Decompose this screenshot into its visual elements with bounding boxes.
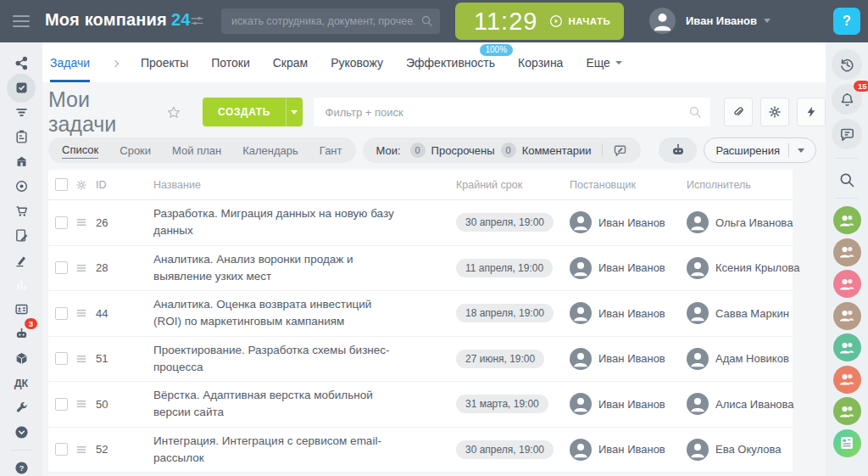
task-setter[interactable]: Иван Иванов [570,393,687,415]
deadline-badge[interactable]: 30 апреля, 19:00 [456,440,554,459]
nav-tab-4[interactable]: Руковожу [331,42,383,82]
chat-avatar-5[interactable] [833,366,861,394]
nav-expand-chevron-icon[interactable] [112,59,119,66]
sidebar-item-target[interactable] [14,174,29,199]
column-name[interactable]: Название [153,179,456,191]
row-checkbox[interactable] [55,307,68,320]
sidebar-item-pen[interactable] [14,248,29,272]
row-checkbox[interactable] [55,352,68,365]
chat-avatar-6[interactable] [833,397,861,425]
sidebar-item-cart[interactable] [14,199,29,223]
deadline-badge[interactable]: 31 марта, 19:00 [456,395,548,413]
row-menu-icon[interactable] [75,398,87,410]
favorite-star-icon[interactable] [166,104,181,120]
column-setter[interactable]: Постановщик [570,179,687,191]
logo-settings-icon[interactable] [190,14,204,28]
settings-button[interactable] [760,98,789,126]
sidebar-item-dk[interactable]: ДК [14,371,29,395]
sidebar-item-funnel[interactable] [14,100,29,125]
automation-button[interactable] [797,98,826,126]
task-executor[interactable]: Алиса Иванова [687,393,794,415]
counter-badge[interactable]: 0 [501,143,516,158]
hamburger-menu-icon[interactable] [13,15,30,27]
rightbar-chat-button[interactable] [832,119,862,149]
table-row[interactable]: 44 Аналитика. Оценка возврата инвестиций… [48,291,793,337]
column-executor[interactable]: Исполнитель [687,179,786,191]
chat-avatar-4[interactable] [833,333,861,361]
sidebar-item-chart-bars[interactable] [14,272,29,297]
task-executor[interactable]: Ксения Крылова [687,257,800,279]
sidebar-item-id-card[interactable] [14,297,29,322]
filter-search-icon[interactable] [688,105,702,119]
sidebar-item-wrench[interactable] [14,395,29,420]
view-tab-1[interactable]: Сроки [120,143,151,159]
create-task-button[interactable]: СОЗДАТЬ [203,98,303,126]
filter-search-input[interactable] [314,98,710,126]
rightbar-history-button[interactable] [832,49,862,80]
comment-pencil-icon[interactable] [613,143,627,158]
counter-label-1[interactable]: Комментарии [522,144,592,157]
task-executor[interactable]: Ева Окулова [687,439,786,461]
work-timer-button[interactable]: 11:29 НАЧАТЬ [455,3,624,40]
chat-avatar-3[interactable] [833,302,861,330]
view-tab-4[interactable]: Гант [320,143,342,159]
deadline-badge[interactable]: 30 апреля, 19:00 [456,213,554,232]
table-row[interactable]: 51 Проектирование. Разработка схемы бизн… [48,337,793,383]
deadline-badge[interactable]: 18 апреля, 19:00 [456,304,554,322]
chat-avatar-1[interactable] [833,238,861,266]
task-title[interactable]: Разработка. Миграция данных на новую баз… [153,205,395,240]
sidebar-item-robot[interactable]: 3 [14,322,29,346]
row-menu-icon[interactable] [75,353,87,365]
chat-avatar-0[interactable] [833,206,861,234]
task-title[interactable]: Вёрстка. Адаптивная верстка мобильной ве… [153,387,395,422]
column-id[interactable]: ID [96,179,153,191]
sidebar-item-company[interactable] [14,149,29,174]
sidebar-item-document-edit[interactable] [14,223,29,248]
table-row[interactable]: 50 Вёрстка. Адаптивная верстка мобильной… [48,382,793,428]
table-row[interactable]: 28 Аналитика. Анализ воронки продаж и вы… [48,246,793,292]
extensions-dropdown[interactable]: Расширения [704,137,816,163]
task-title[interactable]: Аналитика. Оценка возврата инвестиций (R… [153,296,395,331]
rightbar-bell-button[interactable]: 15 [832,84,862,115]
search-icon[interactable] [838,171,855,188]
row-menu-icon[interactable] [75,262,87,274]
columns-gear-icon[interactable] [75,179,87,191]
create-dropdown[interactable] [287,110,303,115]
table-row[interactable]: 26 Разработка. Миграция данных на новую … [48,200,793,246]
task-setter[interactable]: Иван Иванов [570,211,687,233]
counter-label-0[interactable]: Просрочены [431,144,495,157]
column-deadline[interactable]: Крайний срок [456,179,570,191]
sidebar-item-tasks[interactable] [7,76,36,100]
row-checkbox[interactable] [55,261,68,274]
view-tab-2[interactable]: Мой план [172,143,221,159]
link-button[interactable] [724,98,753,126]
table-row[interactable]: 52 Интеграция. Интеграция с сервисом ema… [48,428,793,473]
row-checkbox[interactable] [55,216,68,229]
feed-tile[interactable] [833,429,861,457]
deadline-badge[interactable]: 11 апреля, 19:00 [456,259,553,277]
deadline-badge[interactable]: 27 июня, 19:00 [456,350,544,368]
counter-badge[interactable]: 0 [410,143,426,158]
sidebar-item-chevron-circle-down[interactable] [14,420,29,445]
row-menu-icon[interactable] [75,307,87,319]
task-executor[interactable]: Ольга Иванова [687,211,793,233]
row-menu-icon[interactable] [75,444,87,456]
task-title[interactable]: Интеграция. Интеграция с сервисом email-… [153,433,395,468]
sidebar-item-share-network[interactable] [14,51,29,76]
nav-tab-6[interactable]: Корзина [518,42,563,82]
nav-tab-5[interactable]: Эффективность100% [406,42,495,82]
nav-tab-3[interactable]: Скрам [273,42,308,82]
task-executor[interactable]: Савва Маркин [687,302,789,324]
row-menu-icon[interactable] [75,216,87,228]
task-setter[interactable]: Иван Иванов [570,439,687,461]
nav-tab-7[interactable]: Еще [586,42,622,82]
view-tab-3[interactable]: Календарь [242,143,298,159]
global-search-input[interactable] [221,8,440,34]
sidebar-item-planner[interactable] [14,125,29,149]
task-setter[interactable]: Иван Иванов [570,302,687,324]
task-executor[interactable]: Адам Новиков [687,348,789,370]
task-title[interactable]: Аналитика. Анализ воронки продаж и выявл… [153,251,395,286]
nav-tab-1[interactable]: Проекты [141,42,188,82]
view-tab-0[interactable]: Список [62,142,98,159]
sidebar-item-cube[interactable] [14,346,29,371]
